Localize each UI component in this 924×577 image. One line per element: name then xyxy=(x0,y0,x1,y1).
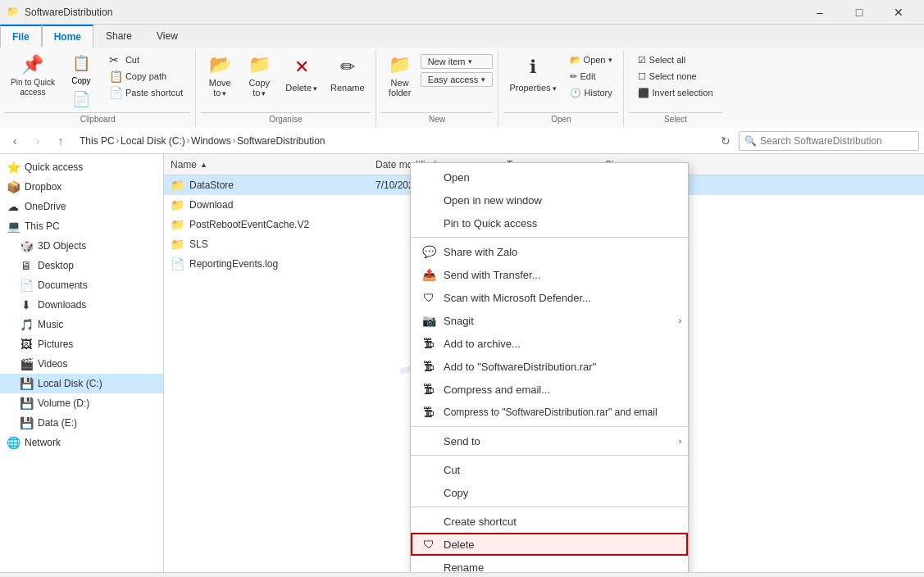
ctx-snagit[interactable]: 📷 Snagit › xyxy=(411,309,688,332)
ctx-send-to-arrow: › xyxy=(679,437,681,446)
pin-quick-access-button[interactable]: 📌 Pin to Quickaccess xyxy=(5,51,61,98)
tab-file[interactable]: File xyxy=(0,25,42,48)
back-button[interactable]: ‹ xyxy=(5,131,25,151)
tab-home[interactable]: Home xyxy=(42,25,93,48)
ctx-share-zalo[interactable]: 💬 Share with Zalo xyxy=(411,240,688,263)
ctx-send-to[interactable]: Send to › xyxy=(411,429,688,452)
ctx-compress-email[interactable]: 🗜 Compress and email... xyxy=(411,378,688,401)
title-bar: 📁 SoftwareDistribution – □ ✕ xyxy=(0,0,924,25)
new-folder-label: Newfolder xyxy=(389,78,412,98)
ctx-rename[interactable]: Rename xyxy=(411,556,688,572)
ctx-send-transfer[interactable]: 📤 Send with Transfer... xyxy=(411,263,688,286)
sidebar-item-videos[interactable]: 🎬 Videos xyxy=(0,354,163,374)
crumb-windows[interactable]: Windows xyxy=(191,135,231,147)
postreboot-name: PostRebootEventCache.V2 xyxy=(189,219,309,230)
history-label: History xyxy=(585,88,612,98)
history-button[interactable]: 🕐 History xyxy=(564,85,619,100)
maximize-button[interactable]: □ xyxy=(840,0,878,25)
properties-button[interactable]: ℹ Properties▾ xyxy=(503,51,562,98)
ctx-create-shortcut-label: Create shortcut xyxy=(444,516,517,528)
ctx-add-archive[interactable]: 🗜 Add to archive... xyxy=(411,332,688,355)
reportingevents-icon: 📄 xyxy=(171,257,184,270)
ctx-share-zalo-label: Share with Zalo xyxy=(444,246,517,258)
copy-path-button[interactable]: 📋 Copy path xyxy=(103,69,189,84)
invert-selection-button[interactable]: ⬛ Invert selection xyxy=(632,85,718,100)
ctx-pin-quick-access[interactable]: Pin to Quick access xyxy=(411,211,688,234)
new-folder-button[interactable]: 📁 Newfolder xyxy=(381,51,419,98)
sidebar-label-dropbox: Dropbox xyxy=(25,181,61,193)
ctx-sep-4 xyxy=(411,507,688,507)
search-box[interactable]: 🔍 xyxy=(739,131,919,151)
sidebar-item-3d-objects[interactable]: 🎲 3D Objects xyxy=(0,236,163,256)
sidebar-item-downloads[interactable]: ⬇ Downloads xyxy=(0,295,163,315)
ctx-delete[interactable]: 🛡 Delete xyxy=(411,533,688,556)
copy-to-label: Copyto▾ xyxy=(248,78,270,98)
sidebar-item-local-disk-c[interactable]: 💾 Local Disk (C:) xyxy=(0,374,163,393)
open-dropdown-button[interactable]: 📂 Open ▾ xyxy=(564,52,619,67)
ctx-scan-defender[interactable]: 🛡 Scan with Microsoft Defender... xyxy=(411,286,688,309)
crumb-thispc[interactable]: This PC xyxy=(80,135,115,147)
sidebar-item-data-e[interactable]: 💾 Data (E:) xyxy=(0,413,163,433)
delete-label: Delete▾ xyxy=(285,83,317,93)
delete-button[interactable]: ✕ Delete▾ xyxy=(280,51,323,98)
up-button[interactable]: ↑ xyxy=(51,131,71,151)
tab-share[interactable]: Share xyxy=(93,25,144,48)
rename-button[interactable]: ✏ Rename xyxy=(325,51,371,98)
sidebar-item-music[interactable]: 🎵 Music xyxy=(0,315,163,334)
sidebar-label-3d-objects: 3D Objects xyxy=(38,240,86,252)
ctx-send-to-label: Send to xyxy=(444,435,480,448)
tab-view[interactable]: View xyxy=(144,25,190,48)
copy-button[interactable]: 📋 xyxy=(62,51,100,75)
sidebar-label-downloads: Downloads xyxy=(38,299,86,311)
crumb-softwaredist[interactable]: SoftwareDistribution xyxy=(237,135,325,147)
sidebar-label-this-pc: This PC xyxy=(25,220,60,232)
ctx-scan-defender-label: Scan with Microsoft Defender... xyxy=(444,292,591,304)
new-item-button[interactable]: New item ▾ xyxy=(421,54,494,69)
select-all-button[interactable]: ☑ Select all xyxy=(632,52,718,67)
ctx-defender-icon: 🛡 xyxy=(421,291,437,304)
clipboard-label: Clipboard xyxy=(5,112,190,126)
sidebar-item-dropbox[interactable]: 📦 Dropbox xyxy=(0,177,163,197)
sidebar-item-pictures[interactable]: 🖼 Pictures xyxy=(0,334,163,354)
edit-button[interactable]: ✏ Edit xyxy=(564,69,619,84)
sidebar-item-onedrive[interactable]: ☁ OneDrive xyxy=(0,197,163,216)
column-name-label: Name xyxy=(171,159,197,170)
ctx-copy[interactable]: Copy xyxy=(411,481,688,504)
sidebar-item-documents[interactable]: 📄 Documents xyxy=(0,275,163,295)
forward-button[interactable]: › xyxy=(28,131,48,151)
ctx-compress-rar-email[interactable]: 🗜 Compress to "SoftwareDistribution.rar"… xyxy=(411,401,688,424)
ctx-add-rar-icon: 🗜 xyxy=(421,360,437,373)
sidebar-label-local-disk-c: Local Disk (C:) xyxy=(38,378,102,389)
ctx-add-rar[interactable]: 🗜 Add to "SoftwareDistribution.rar" xyxy=(411,355,688,378)
column-name[interactable]: Name ▲ xyxy=(171,159,376,170)
sidebar-item-this-pc[interactable]: 💻 This PC xyxy=(0,216,163,236)
copy-path-icon: 📋 xyxy=(109,70,122,83)
sidebar-item-volume-d[interactable]: 💾 Volume (D:) xyxy=(0,393,163,413)
ctx-cut[interactable]: Cut xyxy=(411,458,688,481)
select-none-button[interactable]: ☐ Select none xyxy=(632,69,718,84)
ctx-cut-label: Cut xyxy=(444,464,460,476)
paste-shortcut-icon: 📄 xyxy=(109,86,122,99)
easy-access-button[interactable]: Easy access ▾ xyxy=(421,72,494,87)
sidebar-item-quick-access[interactable]: ⭐ Quick access xyxy=(0,157,163,177)
ctx-open-new-window[interactable]: Open in new window xyxy=(411,189,688,211)
close-button[interactable]: ✕ xyxy=(880,0,917,25)
sidebar-item-network[interactable]: 🌐 Network xyxy=(0,433,163,452)
sidebar-item-desktop[interactable]: 🖥 Desktop xyxy=(0,256,163,275)
paste-shortcut-button[interactable]: 📄 Paste shortcut xyxy=(103,85,189,100)
ctx-create-shortcut[interactable]: Create shortcut xyxy=(411,510,688,533)
refresh-button[interactable]: ↻ xyxy=(716,131,735,151)
ctx-open[interactable]: Open xyxy=(411,166,688,189)
move-to-button[interactable]: 📂 Moveto▾ xyxy=(201,51,239,98)
sls-icon: 📁 xyxy=(171,238,184,251)
ctx-sep-3 xyxy=(411,455,688,456)
address-path[interactable]: This PC › Local Disk (C:) › Windows › So… xyxy=(74,131,712,151)
ctx-add-archive-label: Add to archive... xyxy=(444,338,521,350)
sidebar-label-network: Network xyxy=(25,437,61,448)
crumb-localc[interactable]: Local Disk (C:) xyxy=(121,135,185,147)
minimize-button[interactable]: – xyxy=(801,0,839,25)
cut-button[interactable]: ✂ Cut xyxy=(103,52,189,67)
paste-button[interactable]: 📄 xyxy=(62,87,100,111)
copy-to-button[interactable]: 📁 Copyto▾ xyxy=(240,51,278,98)
search-input[interactable] xyxy=(760,135,913,147)
